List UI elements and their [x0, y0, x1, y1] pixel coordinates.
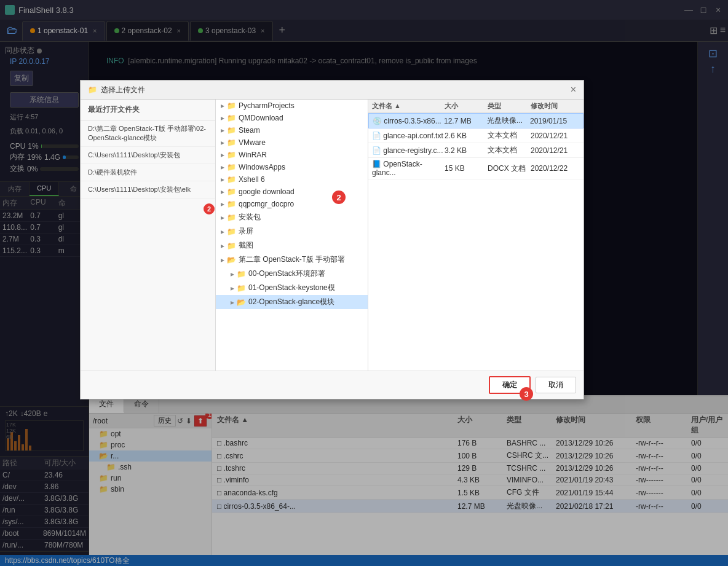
dialog-close-button[interactable]: ×: [571, 84, 576, 95]
expand-icon: ▸: [221, 101, 224, 110]
expand-icon: ▸: [221, 175, 224, 184]
folder-icon: 📁: [227, 242, 236, 250]
folder-label: 00-OpenStack环境部署: [248, 269, 325, 279]
recent-item[interactable]: D:\硬件装机软件: [81, 164, 215, 181]
folder-label: QMDownload: [239, 114, 283, 122]
expand-icon: ▸: [221, 138, 224, 147]
dialog-file-row[interactable]: 📘 OpenStack-glanc... 15 KB DOCX 文档 2020/…: [368, 158, 584, 179]
recent-item[interactable]: C:\Users\1111\Desktop\安装包: [81, 147, 215, 164]
expand-icon: ▸: [221, 227, 224, 236]
dialog-title-bar: 📁 选择上传文件 ×: [81, 81, 584, 100]
dialog-file-row[interactable]: 📄 glance-registry.c... 3.2 KB 文本文档 2020/…: [368, 143, 584, 158]
expand-icon: ▸: [221, 242, 224, 250]
expand-icon: ▸: [221, 187, 224, 196]
folder-open-icon: 📂: [227, 256, 236, 264]
folder-item[interactable]: ▸ 📁 PycharmProjects: [216, 100, 368, 112]
folder-item[interactable]: ▸ 📁 WindowsApps: [216, 161, 368, 173]
folder-item[interactable]: ▸ 📁 Xshell 6: [216, 173, 368, 186]
recent-header: 最近打开文件夹: [81, 100, 215, 120]
dialog-footer: 2 确定 取消: [81, 371, 584, 399]
step-badge-2: 2: [332, 191, 346, 204]
folder-label: Xshell 6: [239, 175, 265, 184]
expand-icon: ▸: [221, 256, 224, 264]
folder-item[interactable]: ▸ 📁 VMware: [216, 136, 368, 149]
folder-item[interactable]: ▸ 📁 截图: [216, 238, 368, 253]
dh-name: 文件名 ▲: [372, 101, 445, 111]
step-badge-3-area: 3: [520, 387, 533, 401]
folder-icon: 📁: [227, 126, 236, 135]
folder-icon: 📁: [237, 284, 246, 293]
recent-item[interactable]: D:\第二章 OpenStack-T版 手动部署\02-OpenStack-gl…: [81, 120, 215, 147]
expand-icon: ▸: [221, 200, 224, 208]
folder-label: Steam: [239, 126, 260, 135]
folder-icon: 📁: [227, 200, 236, 208]
folder-item[interactable]: ▸ 📁 00-OpenStack环境部署: [216, 267, 368, 281]
dialog-overlay: 📁 选择上传文件 × 最近打开文件夹 D:\第二章 OpenStack-T版 手…: [0, 0, 728, 566]
expand-icon: ▸: [221, 126, 224, 135]
dh-size: 大小: [445, 101, 488, 111]
folder-item[interactable]: ▸ 📁 安装包: [216, 210, 368, 224]
folder-icon: 📁: [237, 270, 246, 278]
folder-label: 录屏: [239, 226, 253, 237]
folder-icon: 📁: [227, 227, 236, 236]
folder-icon: 📁: [227, 101, 236, 110]
dialog-file-header: 文件名 ▲ 大小 类型 修改时间: [368, 100, 584, 113]
dialog-file-row-selected[interactable]: 💿 cirros-0.3.5-x86... 12.7 MB 光盘映像... 20…: [368, 113, 584, 128]
folder-icon: 📁: [227, 151, 236, 159]
step-badge-3: 3: [520, 387, 533, 401]
dialog-body: 最近打开文件夹 D:\第二章 OpenStack-T版 手动部署\02-Open…: [81, 100, 584, 371]
folder-item[interactable]: ▸ 📁 Steam: [216, 124, 368, 136]
dialog-file-panel: 文件名 ▲ 大小 类型 修改时间 💿 cirros-0.3.5-x86... 1…: [368, 100, 584, 371]
folder-item[interactable]: ▸ 📂 02-OpenStack-glance模块: [216, 295, 368, 309]
folder-icon: 📁: [227, 187, 236, 196]
folder-icon: 📁: [227, 138, 236, 147]
dialog-folder-panel: ▸ 📁 PycharmProjects ▸ 📁 QMDownload ▸ 📁 S…: [216, 100, 368, 371]
cancel-button[interactable]: 取消: [536, 377, 576, 393]
folder-item[interactable]: ▸ 📁 QMDownload: [216, 112, 368, 124]
dialog-title-text: 选择上传文件: [101, 85, 145, 95]
folder-label: google download: [239, 187, 295, 196]
folder-item[interactable]: ▸ 📁 WinRAR: [216, 149, 368, 161]
dialog-folder-icon: 📁: [88, 85, 97, 94]
folder-label: 02-OpenStack-glance模块: [248, 297, 334, 307]
folder-icon: 📁: [227, 114, 236, 122]
folder-icon: 📂: [237, 298, 246, 307]
dialog-file-row[interactable]: 📄 glance-api.conf.txt 2.6 KB 文本文档 2020/1…: [368, 128, 584, 143]
expand-icon: ▸: [231, 270, 234, 278]
folder-icon: 📁: [227, 163, 236, 171]
dialog-recent-panel: 最近打开文件夹 D:\第二章 OpenStack-T版 手动部署\02-Open…: [81, 100, 216, 371]
expand-icon: ▸: [221, 163, 224, 171]
folder-label: 01-OpenStack-keystone模: [248, 283, 335, 293]
step-badge-2-area: 2: [332, 191, 346, 204]
folder-label: 第二章 OpenStack-T版 手动部署: [239, 254, 345, 265]
dh-date: 修改时间: [531, 101, 580, 111]
expand-icon: ▸: [231, 298, 234, 307]
expand-icon: ▸: [221, 114, 224, 122]
expand-icon: ▸: [221, 213, 224, 222]
folder-label: WindowsApps: [239, 163, 285, 171]
folder-item[interactable]: ▸ 📂 第二章 OpenStack-T版 手动部署: [216, 253, 368, 267]
folder-item[interactable]: ▸ 📁 录屏: [216, 224, 368, 238]
folder-label: PycharmProjects: [239, 101, 295, 110]
expand-icon: ▸: [231, 284, 234, 293]
folder-label: WinRAR: [239, 151, 267, 159]
folder-icon: 📁: [227, 213, 236, 222]
folder-label: 安装包: [239, 212, 261, 222]
badge-2: 2: [204, 203, 215, 214]
folder-label: VMware: [239, 138, 266, 147]
folder-icon: 📁: [227, 175, 236, 184]
upload-dialog: 📁 选择上传文件 × 最近打开文件夹 D:\第二章 OpenStack-T版 手…: [80, 80, 584, 399]
folder-label: qqpcmgr_docpro: [239, 200, 294, 208]
folder-item[interactable]: ▸ 📁 01-OpenStack-keystone模: [216, 281, 368, 295]
folder-label: 截图: [239, 240, 253, 251]
badge-2-container: 2: [204, 203, 215, 214]
recent-item[interactable]: C:\Users\1111\Desktop\安装包\elk: [81, 181, 215, 198]
dialog-folder-tree: ▸ 📁 PycharmProjects ▸ 📁 QMDownload ▸ 📁 S…: [216, 100, 368, 371]
dh-type: 类型: [488, 101, 531, 111]
expand-icon: ▸: [221, 151, 224, 159]
